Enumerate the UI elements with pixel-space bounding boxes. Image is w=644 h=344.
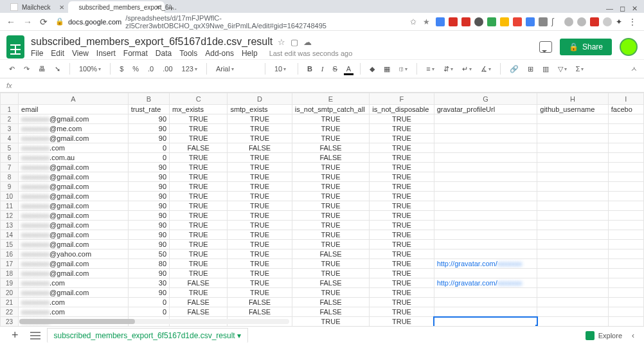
cell-gravatar[interactable]: http://gravatar.com/xxxxxxx [434, 259, 537, 269]
cell-mx[interactable]: TRUE [170, 134, 228, 143]
filter-button[interactable]: ▽ [555, 64, 569, 75]
row-header[interactable]: 15 [1, 240, 19, 249]
cell-gravatar[interactable] [434, 230, 537, 240]
column-header-F[interactable]: F [370, 93, 434, 105]
print-button[interactable]: 🖶 [36, 64, 48, 74]
cell-facebook[interactable] [608, 278, 643, 288]
cell-trust[interactable]: 90 [128, 182, 169, 192]
cell-facebook[interactable] [608, 317, 643, 327]
column-header-D[interactable]: D [228, 93, 292, 105]
cell-facebook[interactable] [608, 143, 643, 153]
spreadsheet-grid[interactable]: ABCDEFGHI 1emailtrust_ratemx_existssmtp_… [0, 93, 644, 330]
row-header[interactable]: 7 [1, 163, 19, 172]
cell-trust[interactable]: 80 [128, 259, 169, 269]
cell-smtp[interactable]: TRUE [228, 182, 292, 192]
cell-email[interactable]: xxxxxxxx@gmail.com [19, 192, 129, 201]
cell-gravatar[interactable] [434, 317, 537, 327]
row-header[interactable]: 9 [1, 182, 19, 192]
cell-mx[interactable]: TRUE [170, 221, 228, 230]
ext-icon[interactable] [539, 17, 548, 26]
cell[interactable]: email [19, 105, 129, 114]
borders-button[interactable]: ▦ [381, 64, 393, 75]
cell-disp[interactable]: TRUE [370, 307, 434, 317]
cell-catch[interactable]: TRUE [292, 114, 369, 124]
cell-facebook[interactable] [608, 211, 643, 221]
cell-trust[interactable]: 90 [128, 124, 169, 134]
url-input[interactable]: 🔒 docs.google.com/spreadsheets/d/17mFJPW… [55, 14, 402, 30]
row-header[interactable]: 3 [1, 124, 19, 134]
row-header[interactable]: 21 [1, 298, 19, 307]
explore-button[interactable]: Explore [586, 331, 622, 340]
cell-mx[interactable]: TRUE [170, 269, 228, 278]
cell-github[interactable] [537, 124, 608, 134]
cell-email[interactable]: xxxxxxxx@gmail.com [19, 269, 129, 278]
cell-github[interactable] [537, 182, 608, 192]
strike-button[interactable]: S [330, 64, 340, 74]
ext-icon[interactable] [500, 17, 509, 26]
cell-github[interactable] [537, 172, 608, 182]
star-icon[interactable]: ☆ [278, 37, 285, 47]
cell-trust[interactable]: 90 [128, 269, 169, 278]
cell-catch[interactable]: TRUE [292, 221, 369, 230]
increase-decimal-button[interactable]: .00 [160, 64, 175, 74]
cell-gravatar[interactable] [434, 124, 537, 134]
cell-email[interactable]: xxxxxxxx@gmail.com [19, 230, 129, 240]
italic-button[interactable]: I [319, 64, 326, 74]
cell[interactable]: mx_exists [170, 105, 228, 114]
cell-facebook[interactable] [608, 163, 643, 172]
cell-mx[interactable]: FALSE [170, 298, 228, 307]
cell-gravatar[interactable] [434, 182, 537, 192]
cell-facebook[interactable] [608, 201, 643, 211]
row-header[interactable]: 14 [1, 230, 19, 240]
cell-disp[interactable]: TRUE [370, 288, 434, 298]
cell-github[interactable] [537, 249, 608, 259]
add-sheet-button[interactable]: + [6, 329, 24, 342]
cell-smtp[interactable]: TRUE [228, 230, 292, 240]
cell-trust[interactable]: 90 [128, 211, 169, 221]
cell-smtp[interactable]: TRUE [228, 221, 292, 230]
window-min-icon[interactable]: — [606, 5, 613, 13]
cell-github[interactable] [537, 317, 608, 327]
cell-catch[interactable]: TRUE [292, 288, 369, 298]
cell-catch[interactable]: FALSE [292, 153, 369, 163]
cell-github[interactable] [537, 230, 608, 240]
cell-disp[interactable]: TRUE [370, 201, 434, 211]
cell-mx[interactable]: TRUE [170, 240, 228, 249]
cell-email[interactable]: xxxxxxxx@yahoo.com [19, 249, 129, 259]
cell-trust[interactable]: 90 [128, 163, 169, 172]
cell[interactable]: gravatar_profileUrl [434, 105, 537, 114]
cell-disp[interactable]: TRUE [370, 211, 434, 221]
cell-smtp[interactable]: TRUE [228, 124, 292, 134]
cell-disp[interactable]: TRUE [370, 221, 434, 230]
insert-chart-button[interactable]: ▥ [540, 64, 551, 75]
ext-icon[interactable] [577, 17, 586, 26]
text-color-button[interactable]: A [344, 64, 353, 74]
menu-tools[interactable]: Tools [179, 49, 197, 58]
zoom-select[interactable]: 100% [76, 64, 103, 74]
cell-smtp[interactable]: FALSE [228, 298, 292, 307]
cell-catch[interactable]: FALSE [292, 278, 369, 288]
menu-data[interactable]: Data [156, 49, 172, 58]
row-header[interactable]: 5 [1, 143, 19, 153]
row-header[interactable]: 23 [1, 317, 19, 327]
cell-email[interactable]: xxxxxxxx@gmail.com [19, 114, 129, 124]
browser-tab-sheets[interactable]: subscribed_members_export_6/… ✕ [68, 1, 165, 13]
merge-button[interactable]: ⎅ [397, 64, 410, 74]
redo-button[interactable]: ↷ [21, 64, 32, 75]
row-header[interactable]: 6 [1, 153, 19, 163]
cell-gravatar[interactable] [434, 201, 537, 211]
cell[interactable]: is_not_smtp_catch_all [292, 105, 369, 114]
column-header-I[interactable]: I [608, 93, 643, 105]
cell-facebook[interactable] [608, 153, 643, 163]
chrome-menu-icon[interactable]: ⋮ [629, 17, 638, 26]
cell-smtp[interactable]: TRUE [228, 249, 292, 259]
ext-icon[interactable] [461, 17, 470, 26]
cell-catch[interactable]: TRUE [292, 163, 369, 172]
horizontal-scrollbar[interactable] [19, 319, 289, 324]
cell-mx[interactable]: TRUE [170, 288, 228, 298]
cell-mx[interactable]: TRUE [170, 201, 228, 211]
cell-github[interactable] [537, 259, 608, 269]
cell-email[interactable]: xxxxxxxx.com [19, 298, 129, 307]
window-max-icon[interactable]: ◻ [620, 5, 625, 13]
wrap-button[interactable]: ↵ [460, 64, 474, 75]
